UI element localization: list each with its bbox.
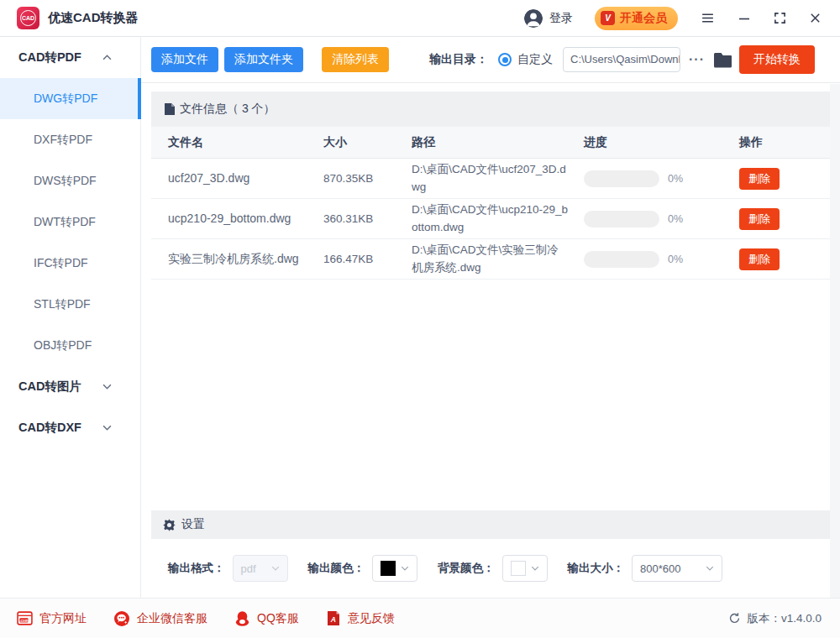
gear-icon [163,519,176,531]
sidebar-item-ifc-to-pdf[interactable]: IFC转PDF [0,243,140,284]
main-area: 添加文件 添加文件夹 清除列表 输出目录： 自定义 C:\Users\Qasim… [141,37,840,598]
titlebar: CAD 优速CAD转换器 登录 V 开通会员 [0,0,840,37]
maximize-icon[interactable] [774,12,786,24]
start-convert-button[interactable]: 开始转换 [739,45,815,74]
progress-cell: 0% [584,211,739,227]
output-dir-group: 输出目录： 自定义 C:\Users\Qasim\Downl ··· [429,47,732,72]
sidebar-item-label: DWG转PDF [34,92,97,107]
action-cell: 删除 [739,208,830,230]
progress-bar [584,170,659,187]
settings-title: 设置 [181,517,205,532]
sidebar-item-label: OBJ转PDF [34,338,92,353]
file-path: D:\桌面\CAD文件\ucf207_3D.dwg [412,161,584,196]
action-cell: 删除 [739,168,830,190]
update-refresh-icon[interactable] [728,612,741,625]
wechat-support-label: 企业微信客服 [137,611,207,626]
output-format-value: pdf [241,562,256,575]
minimize-icon[interactable] [738,12,751,25]
progress-cell: 0% [584,251,739,268]
login-label: 登录 [549,11,573,26]
open-folder-icon[interactable] [713,52,732,68]
qq-icon [234,610,250,627]
col-filename: 文件名 [168,135,323,150]
sidebar-item-label: IFC转PDF [34,256,88,271]
sidebar-item-dwt-to-pdf[interactable]: DWT转PDF [0,201,140,243]
feedback-link[interactable]: A 意见反馈 [326,610,395,626]
browse-more-button[interactable]: ··· [689,52,705,67]
progress-bar [584,211,659,227]
table-row: 实验三制冷机房系统.dwg 166.47KB D:\桌面\CAD文件\实验三制冷… [151,239,830,280]
sidebar-group-cad-to-image[interactable]: CAD转图片 [0,366,140,407]
settings-bar: 设置 [151,510,830,539]
output-dir-label: 输出目录： [429,52,488,67]
titlebar-actions: 登录 V 开通会员 [524,7,822,30]
wechat-icon [113,610,130,627]
output-color-select[interactable] [372,555,417,582]
output-color-label: 输出颜色： [308,561,365,576]
file-info-bar: 文件信息（ 3 个） [151,92,830,127]
sidebar-item-stl-to-pdf[interactable]: STL转PDF [0,284,140,325]
custom-dir-radio[interactable] [498,53,512,66]
sidebar-item-dwg-to-pdf[interactable]: DWG转PDF [0,78,140,119]
close-icon[interactable] [809,12,822,24]
file-path: D:\桌面\CAD文件\实验三制冷机房系统.dwg [412,242,584,276]
qq-support-link[interactable]: QQ客服 [234,610,299,627]
sidebar-item-dxf-to-pdf[interactable]: DXF转PDF [0,119,140,160]
menu-icon[interactable] [701,11,715,25]
output-size-select[interactable]: 800*600 [632,555,722,582]
sidebar-group-label: CAD转PDF [18,50,81,65]
file-name: ucf207_3D.dwg [168,170,323,186]
version-label: 版本：v1.4.0.0 [747,611,822,626]
official-site-label: 官方网址 [39,611,87,626]
output-path-input[interactable]: C:\Users\Qasim\Downl [563,47,680,72]
custom-dir-label: 自定义 [517,52,553,67]
sidebar-group-label: CAD转DXF [18,420,81,436]
table-row: ucf207_3D.dwg 870.35KB D:\桌面\CAD文件\ucf20… [151,159,830,199]
progress-percent: 0% [668,173,683,185]
login-button[interactable]: 登录 [524,9,573,28]
official-site-link[interactable]: .com 官方网址 [17,610,87,626]
output-format-label: 输出格式： [168,561,225,576]
settings-controls: 输出格式： pdf 输出颜色： 背景颜色： 输出大小： 800*600 [151,539,830,598]
chevron-up-icon [102,55,112,60]
vip-label: 开通会员 [620,11,667,26]
open-vip-button[interactable]: V 开通会员 [595,7,678,30]
background-color-select[interactable] [502,555,548,582]
add-folder-button[interactable]: 添加文件夹 [224,47,303,72]
delete-button[interactable]: 删除 [739,248,780,270]
chevron-down-icon [102,425,112,431]
svg-text:A: A [330,615,336,624]
progress-bar [584,251,659,268]
clear-list-button[interactable]: 清除列表 [322,47,389,72]
add-file-button[interactable]: 添加文件 [151,47,218,72]
feedback-icon: A [326,610,341,626]
background-color-label: 背景颜色： [438,561,495,576]
toolbar: 添加文件 添加文件夹 清除列表 输出目录： 自定义 C:\Users\Qasim… [141,37,840,83]
sidebar-item-label: STL转PDF [34,297,91,312]
sidebar-item-label: DXF转PDF [34,133,92,148]
sidebar-group-cad-to-dxf[interactable]: CAD转DXF [0,407,140,448]
black-color-swatch [381,561,396,576]
sidebar-item-label: DWS转PDF [34,174,97,189]
sidebar-group-cad-to-pdf[interactable]: CAD转PDF [0,37,140,78]
qq-support-label: QQ客服 [257,611,299,626]
document-icon [165,103,175,115]
user-avatar-icon [524,9,543,28]
sidebar-item-label: DWT转PDF [34,215,96,230]
delete-button[interactable]: 删除 [739,208,780,230]
wechat-support-link[interactable]: 企业微信客服 [113,610,207,627]
table-row: ucp210-29_bottom.dwg 360.31KB D:\桌面\CAD文… [151,199,830,239]
file-path: D:\桌面\CAD文件\ucp210-29_bottom.dwg [412,201,584,236]
scrollbar-gutter[interactable] [830,84,840,598]
col-size: 大小 [323,135,412,150]
file-size: 870.35KB [323,172,412,185]
website-icon: .com [17,610,33,626]
chevron-down-icon [102,384,112,390]
sidebar-group-label: CAD转图片 [18,379,81,395]
file-info-title: 文件信息（ 3 个） [180,102,276,117]
output-format-select[interactable]: pdf [233,555,288,582]
sidebar-item-dws-to-pdf[interactable]: DWS转PDF [0,160,140,201]
sidebar-item-obj-to-pdf[interactable]: OBJ转PDF [0,325,140,366]
file-name: 实验三制冷机房系统.dwg [168,250,323,267]
delete-button[interactable]: 删除 [739,168,780,190]
